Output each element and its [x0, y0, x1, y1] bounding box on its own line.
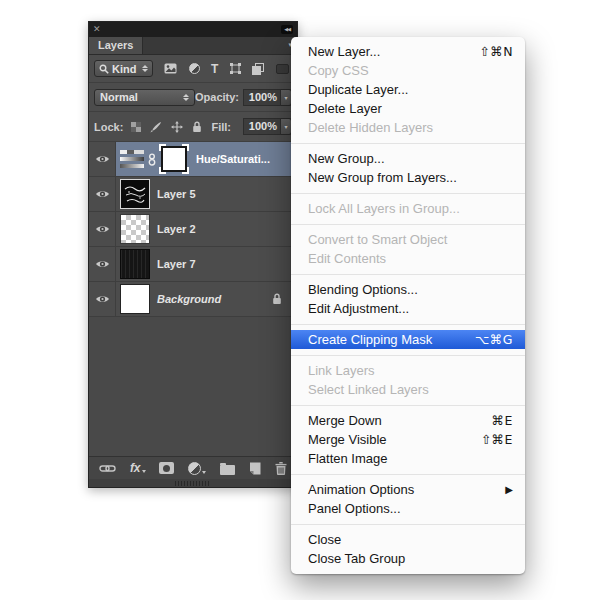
fill-value[interactable]: 100%	[243, 118, 281, 135]
panel-tabbar: Layers ▾	[89, 37, 297, 55]
menu-item-label: Panel Options...	[308, 499, 401, 518]
menu-item-label: Delete Layer	[308, 99, 382, 118]
opacity-value[interactable]: 100%	[243, 89, 281, 106]
pixel-layer-filter-icon[interactable]	[164, 63, 177, 74]
menu-separator	[291, 324, 525, 325]
chain-link-icon	[99, 464, 116, 473]
new-layer-button[interactable]	[249, 462, 261, 475]
menu-separator	[291, 355, 525, 356]
layers-flyout-menu: New Layer...⇧⌘NCopy CSSDuplicate Layer..…	[291, 37, 525, 574]
kind-filter-label: Kind	[112, 63, 136, 75]
visibility-toggle[interactable]	[89, 142, 116, 176]
layer-name: Hue/Saturati...	[196, 153, 270, 165]
menu-separator	[291, 224, 525, 225]
menu-item-duplicate-layer[interactable]: Duplicate Layer...	[291, 80, 525, 99]
filter-toggle-switch[interactable]	[276, 64, 289, 74]
menu-item-label: New Group from Layers...	[308, 168, 457, 187]
collapse-panel-icon[interactable]: ◀◀	[281, 25, 293, 34]
menu-item-panel-options[interactable]: Panel Options...	[291, 499, 525, 518]
menu-item-label: Merge Down	[308, 411, 382, 430]
menu-item-edit-adjustment[interactable]: Edit Adjustment...	[291, 299, 525, 318]
layer-row-layer-7[interactable]: Layer 7	[89, 247, 297, 282]
desktop: ✕ ◀◀ Layers ▾ Kind	[0, 0, 600, 600]
menu-item-label: Merge Visible	[308, 430, 387, 449]
layer-row-layer-5[interactable]: Layer 5	[89, 177, 297, 212]
layer-row-hue-saturation[interactable]: Hue/Saturati...	[89, 142, 297, 177]
fill-label: Fill:	[211, 121, 231, 133]
visibility-toggle[interactable]	[89, 177, 116, 211]
menu-item-shortcut: ⇧⌘E	[481, 430, 513, 449]
blend-mode-row: Normal Opacity: 100% ▾	[89, 83, 297, 112]
lock-position-move-icon[interactable]	[171, 121, 183, 133]
opacity-label: Opacity:	[195, 91, 239, 103]
menu-item-select-linked-layers: Select Linked Layers	[291, 380, 525, 399]
panel-resize-grip[interactable]	[89, 479, 297, 487]
menu-item-close-tab-group[interactable]: Close Tab Group	[291, 549, 525, 568]
menu-item-new-group-from-layers[interactable]: New Group from Layers...	[291, 168, 525, 187]
fx-icon: fx	[130, 463, 141, 474]
menu-item-label: Copy CSS	[308, 61, 369, 80]
new-adjustment-layer-button[interactable]	[188, 462, 206, 475]
layer-thumbnail[interactable]	[120, 214, 150, 244]
blend-mode-dropdown[interactable]: Normal	[94, 89, 195, 106]
layer-thumbnail[interactable]	[120, 284, 150, 314]
menu-item-convert-to-smart-object: Convert to Smart Object	[291, 230, 525, 249]
eye-icon	[95, 294, 110, 304]
layer-thumbnail[interactable]	[120, 179, 150, 209]
menu-item-delete-layer[interactable]: Delete Layer	[291, 99, 525, 118]
new-group-button[interactable]	[220, 462, 235, 475]
menu-item-label: New Layer...	[308, 42, 380, 61]
layer-style-button[interactable]: fx	[130, 463, 146, 474]
menu-item-new-group[interactable]: New Group...	[291, 149, 525, 168]
layer-name: Layer 2	[157, 223, 196, 235]
visibility-toggle[interactable]	[89, 282, 116, 316]
adjustment-layer-filter-icon[interactable]	[189, 63, 200, 74]
layer-row-layer-2[interactable]: Layer 2	[89, 212, 297, 247]
menu-item-merge-down[interactable]: Merge Down⌘E	[291, 411, 525, 430]
menu-item-close[interactable]: Close	[291, 530, 525, 549]
lock-all-icon[interactable]	[192, 121, 202, 133]
menu-item-create-clipping-mask[interactable]: Create Clipping Mask⌥⌘G	[291, 330, 525, 349]
menu-item-lock-all-layers-in-group: Lock All Layers in Group...	[291, 199, 525, 218]
visibility-toggle[interactable]	[89, 212, 116, 246]
menu-item-merge-visible[interactable]: Merge Visible⇧⌘E	[291, 430, 525, 449]
eye-icon	[95, 154, 110, 164]
menu-item-label: Close Tab Group	[308, 549, 405, 568]
menu-item-label: Create Clipping Mask	[308, 330, 432, 349]
panel-titlebar: ✕ ◀◀	[89, 22, 297, 37]
link-layers-button[interactable]	[99, 464, 116, 473]
background-lock-icon	[272, 293, 282, 305]
menu-item-copy-css: Copy CSS	[291, 61, 525, 80]
delete-layer-button[interactable]	[275, 462, 287, 475]
dropdown-arrow-icon	[202, 471, 206, 474]
menu-item-label: Link Layers	[308, 361, 374, 380]
blend-mode-value: Normal	[100, 91, 138, 103]
tab-layers[interactable]: Layers	[89, 37, 143, 54]
lock-pixels-brush-icon[interactable]	[150, 121, 162, 133]
menu-item-label: Edit Adjustment...	[308, 299, 409, 318]
layers-empty-area	[89, 317, 297, 456]
layer-mask-thumbnail[interactable]	[159, 144, 189, 174]
trash-icon	[275, 462, 287, 475]
shape-layer-filter-icon[interactable]	[230, 63, 241, 74]
menu-item-label: Animation Options	[308, 480, 414, 499]
menu-item-blending-options[interactable]: Blending Options...	[291, 280, 525, 299]
menu-separator	[291, 405, 525, 406]
visibility-toggle[interactable]	[89, 247, 116, 281]
menu-item-animation-options[interactable]: Animation Options▶	[291, 480, 525, 499]
layer-row-background[interactable]: Background	[89, 282, 297, 317]
stepper-arrows-icon	[142, 65, 148, 72]
submenu-arrow-icon: ▶	[505, 480, 513, 499]
type-layer-filter-icon[interactable]: T	[211, 63, 218, 75]
smart-object-filter-icon[interactable]	[252, 63, 264, 75]
menu-item-new-layer[interactable]: New Layer...⇧⌘N	[291, 42, 525, 61]
hue-saturation-adjustment-thumbnail[interactable]	[120, 150, 144, 168]
mask-link-icon[interactable]	[148, 153, 156, 166]
kind-filter-dropdown[interactable]: Kind	[94, 60, 153, 77]
layer-thumbnail[interactable]	[120, 249, 150, 279]
add-layer-mask-button[interactable]	[159, 462, 174, 474]
menu-item-flatten-image[interactable]: Flatten Image	[291, 449, 525, 468]
filter-type-icons: T	[164, 63, 292, 75]
lock-transparency-icon[interactable]	[131, 122, 141, 132]
close-icon[interactable]: ✕	[93, 25, 101, 34]
